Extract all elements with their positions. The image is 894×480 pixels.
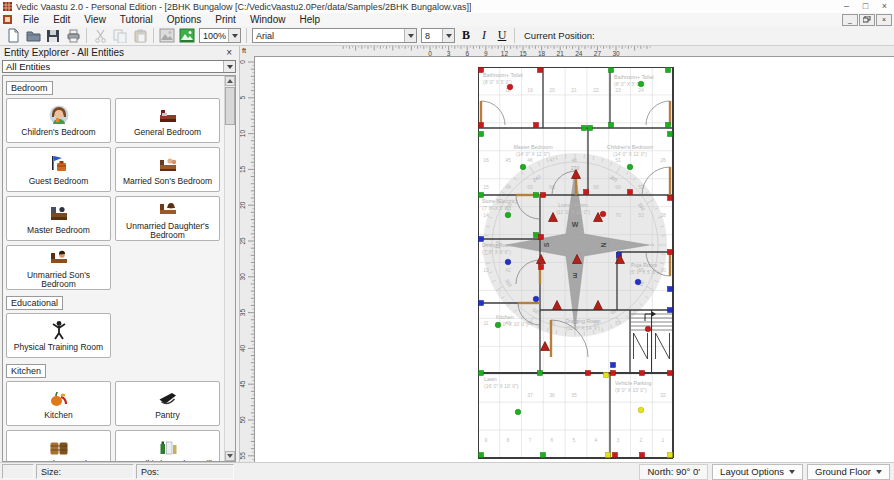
menu-window[interactable]: Window: [243, 13, 293, 26]
underline-button[interactable]: U: [493, 27, 511, 45]
svg-text:45: 45: [505, 157, 511, 163]
entity-filter-select[interactable]: All Entities: [2, 60, 236, 73]
close-panel-icon[interactable]: ×: [226, 47, 235, 58]
scrollbar-thumb[interactable]: [225, 87, 235, 125]
svg-text:S: S: [543, 242, 550, 247]
svg-text:15: 15: [483, 184, 489, 190]
blue-marker: [479, 301, 484, 306]
menu-edit[interactable]: Edit: [46, 13, 77, 26]
entity-master-bedroom[interactable]: Master Bedroom: [6, 196, 111, 241]
svg-text:(7' 8" X 9' 6"): (7' 8" X 9' 6"): [482, 249, 511, 255]
scroll-down-icon[interactable]: [225, 451, 235, 461]
sonbed-icon: [48, 247, 70, 269]
entity-guest-bedroom[interactable]: Guest Bedroom: [6, 147, 111, 192]
mdi-close-icon[interactable]: ×: [876, 14, 892, 26]
entity-list-scrollbar[interactable]: [224, 76, 235, 461]
bold-button[interactable]: B: [457, 27, 475, 45]
red-marker: [586, 371, 591, 376]
entity-unmarried-son-s-bedroom[interactable]: Unmarried Son's Bedroom: [6, 245, 111, 290]
italic-button[interactable]: I: [475, 27, 493, 45]
red-marker: [538, 68, 543, 73]
entity-general-bedroom[interactable]: General Bedroom: [115, 98, 220, 143]
entity-unmarried-daughter-s-bedroom[interactable]: Unmarried Daughter's Bedroom: [115, 196, 220, 241]
bed-icon: [157, 104, 179, 126]
entity-physical-training-room[interactable]: Physical Training Room: [6, 313, 111, 358]
svg-text:(5' 0" X 5' 6"): (5' 0" X 5' 6"): [630, 269, 659, 275]
copy-icon[interactable]: [110, 27, 130, 45]
dropdown-arrow-icon[interactable]: [228, 29, 240, 42]
svg-text:36: 36: [549, 392, 555, 398]
entity-store-granary[interactable]: Store (Granary): [6, 430, 111, 461]
maximize-icon[interactable]: □: [856, 0, 875, 13]
svg-text:40: 40: [240, 344, 246, 352]
room-label-children-s-bedroom: Children's Bedroom(14' 0" X 11' 0"): [607, 144, 654, 157]
save-icon[interactable]: [43, 27, 63, 45]
status-bar: Size: Pos: North: 90° 0' Layout Options …: [0, 462, 894, 480]
entity-kitchen[interactable]: Kitchen: [6, 381, 111, 426]
svg-text:15: 15: [240, 165, 246, 173]
blue-marker: [533, 296, 539, 302]
svg-text:21: 21: [571, 87, 577, 93]
minimize-icon[interactable]: –: [837, 0, 856, 13]
menu-print[interactable]: Print: [208, 13, 243, 26]
toolbar-separator: [153, 28, 154, 43]
svg-text:47: 47: [549, 157, 555, 163]
dropdown-arrow-icon[interactable]: [442, 29, 454, 42]
red-marker: [600, 211, 606, 217]
new-file-icon[interactable]: [3, 27, 23, 45]
menu-file[interactable]: File: [16, 13, 46, 26]
svg-text:50: 50: [240, 416, 246, 424]
svg-text:11: 11: [483, 320, 488, 326]
floor-plan[interactable]: 0306090120150180210240270300330WNES18192…: [478, 67, 674, 459]
blue-marker: [668, 287, 673, 292]
floor-select[interactable]: Ground Floor: [807, 464, 890, 480]
svg-text:69: 69: [615, 184, 621, 190]
yellow-marker: [606, 453, 611, 458]
red-marker: [640, 453, 645, 458]
scroll-up-icon[interactable]: [225, 76, 235, 86]
svg-text:Master Bedroom: Master Bedroom: [513, 144, 553, 150]
svg-text:30: 30: [240, 273, 246, 281]
paste-icon[interactable]: [130, 27, 150, 45]
red-marker: [611, 371, 616, 376]
svg-text:26: 26: [660, 157, 666, 163]
svg-text:0: 0: [649, 244, 655, 247]
menu-options[interactable]: Options: [160, 13, 208, 26]
blue-marker: [668, 308, 673, 313]
entity-married-son-s-bedroom[interactable]: Married Son's Bedroom: [115, 147, 220, 192]
green-marker: [638, 81, 644, 87]
entity-store-kitchen-ghee-oil[interactable]: Store (kitchen Ghee,Oil): [115, 430, 220, 461]
room-label-living-room: Living Room(11' 0" X 11' 0"): [556, 202, 590, 215]
zoom-select[interactable]: 100%: [199, 28, 241, 43]
svg-text:Children's Bedroom: Children's Bedroom: [607, 144, 654, 150]
mdi-restore-icon[interactable]: [859, 14, 875, 26]
entity-pantry[interactable]: Pantry: [115, 381, 220, 426]
entity-children-s-bedroom[interactable]: Children's Bedroom: [6, 98, 111, 143]
close-icon[interactable]: ×: [875, 0, 894, 13]
green-marker: [505, 212, 511, 218]
menu-view[interactable]: View: [77, 13, 113, 26]
green-marker: [668, 132, 673, 137]
export-image-icon[interactable]: [157, 27, 177, 45]
document-icon: [3, 15, 12, 24]
print-icon[interactable]: [63, 27, 83, 45]
menu-tutorial[interactable]: Tutorial: [113, 13, 160, 26]
svg-text:46: 46: [527, 157, 533, 163]
svg-text:51: 51: [615, 157, 621, 163]
font-select[interactable]: Arial: [252, 28, 417, 43]
svg-text:(11' 0" X 11' 0"): (11' 0" X 11' 0"): [556, 209, 590, 215]
svg-text:Dining Room: Dining Room: [482, 242, 513, 248]
dropdown-arrow-icon[interactable]: [404, 29, 416, 42]
cut-icon[interactable]: [90, 27, 110, 45]
mdi-minimize-icon[interactable]: _: [842, 14, 858, 26]
font-size-select[interactable]: 8: [421, 28, 455, 43]
open-file-icon[interactable]: [23, 27, 43, 45]
red-marker: [640, 371, 645, 376]
menu-help[interactable]: Help: [292, 13, 327, 26]
green-marker: [541, 453, 546, 458]
yellow-marker: [638, 407, 644, 413]
blue-marker: [611, 363, 616, 368]
dropdown-arrow-icon[interactable]: [223, 61, 235, 72]
layout-options-button[interactable]: Layout Options: [712, 464, 803, 480]
export-image-green-icon[interactable]: [177, 27, 197, 45]
